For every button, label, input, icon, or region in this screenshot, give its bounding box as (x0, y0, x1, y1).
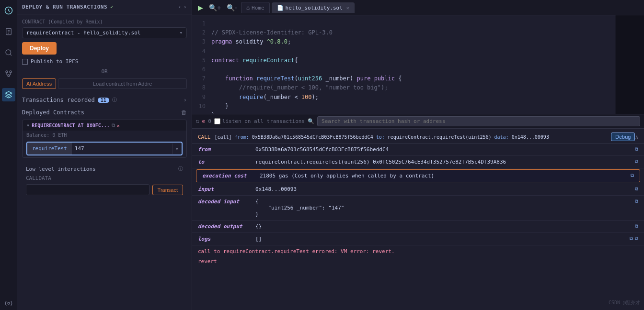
execution-cost-copy-icon[interactable]: ⧉ (631, 173, 634, 178)
calldata-input[interactable] (26, 184, 150, 195)
low-level-label: Low level interactions (26, 166, 96, 172)
sidebar-icons (0, 0, 17, 310)
input-copy-icon[interactable]: ⧉ (635, 186, 638, 192)
transactions-label: Transactions recorded (22, 97, 95, 103)
expand-arrow-icon[interactable]: › (184, 97, 187, 103)
bottom-panel: ⇆ ⊘ 0 listen on all transactions 🔍 CALL … (192, 114, 644, 310)
call-type-label: CALL (198, 134, 211, 140)
execution-cost-field-value: 21805 gas (Cost only applies when called… (260, 173, 629, 179)
low-level-header: Low level interactions ⓘ (22, 162, 187, 174)
play-button[interactable]: ▶ (196, 3, 205, 12)
decoded-output-field-value: {} (255, 223, 633, 230)
info-icon[interactable]: ⓘ (112, 97, 117, 103)
svg-point-4 (6, 71, 8, 73)
debug-button[interactable]: Debug (611, 133, 635, 141)
tx-field-to: to requireContract.requireTest(uint256) … (192, 156, 644, 168)
calldata-label: CALLDATA (22, 174, 187, 182)
tx-count: 0 (208, 118, 211, 124)
zoom-out-button[interactable]: 🔍- (225, 3, 239, 12)
sidebar-icon-home[interactable] (2, 4, 15, 17)
left-panel-body: CONTRACT (Compiled by Remix) requireCont… (17, 14, 192, 310)
tab-hello-solidity[interactable]: 📄 hello_solidity.sol ✕ (272, 2, 355, 13)
sidebar-icon-deploy[interactable] (2, 88, 15, 101)
function-dropdown-icon[interactable]: ▾ (172, 144, 182, 154)
zoom-in-button[interactable]: 🔍+ (207, 3, 223, 12)
copy-icon[interactable]: ⧉ (112, 122, 115, 128)
revert-text: revert (192, 257, 644, 266)
panel-arrows[interactable]: ‹ › (178, 4, 187, 10)
arrow-left-icon[interactable]: ‹ (178, 4, 182, 10)
to-field-value: requireContract.requireTest(uint256) 0x0… (255, 159, 633, 165)
sidebar-icon-git[interactable] (2, 67, 15, 80)
sidebar-icon-files[interactable] (2, 25, 15, 38)
left-panel-header: DEPLOY & RUN TRANSACTIONS ✓ ‹ › (17, 0, 192, 14)
main-area: ▶ 🔍+ 🔍- ⌂ Home 📄 hello_solidity.sol ✕ 12… (192, 0, 644, 310)
panel-title: DEPLOY & RUN TRANSACTIONS (22, 4, 107, 10)
expand-up-icon[interactable]: ∧ (635, 134, 638, 140)
trash-icon[interactable]: 🗑 (181, 109, 187, 116)
bottom-toolbar: ⇆ ⊘ 0 listen on all transactions 🔍 (192, 114, 644, 129)
decoded-input-copy-icon[interactable]: ⧉ (635, 199, 638, 204)
function-input[interactable] (72, 144, 172, 154)
transact-button[interactable]: Transact (152, 185, 183, 195)
contract-instance-name: REQUIRECONTRACT AT 0X0FC... (32, 123, 110, 128)
tab-home-label: Home (252, 5, 264, 11)
top-toolbar: ▶ 🔍+ 🔍- ⌂ Home 📄 hello_solidity.sol ✕ (192, 0, 644, 15)
deployed-label: Deployed Contracts (22, 109, 84, 116)
publish-row: Publish to IPFS (22, 58, 187, 65)
listen-checkbox-row: listen on all transactions (214, 118, 305, 124)
home-icon: ⌂ (246, 4, 250, 11)
execution-cost-field-name: execution cost (202, 173, 260, 179)
publish-label: Publish to IPFS (31, 58, 78, 65)
tx-field-logs: logs [] ⧉ ⧉ (192, 233, 644, 245)
deployed-contracts-header: Deployed Contracts 🗑 (22, 109, 187, 116)
tx-field-decoded-input: decoded input { "uint256 _number": "147"… (192, 196, 644, 221)
low-level-info-icon[interactable]: ⓘ (178, 166, 183, 172)
watermark: CSDN @甄齐才 (609, 299, 640, 306)
close-icon[interactable]: ✕ (117, 123, 120, 128)
tx-field-decoded-output: decoded output {} ⧉ (192, 221, 644, 233)
tab-close-icon[interactable]: ✕ (346, 5, 349, 11)
minimap (615, 15, 644, 114)
deploy-button[interactable]: Deploy (22, 42, 57, 55)
from-copy-icon[interactable]: ⧉ (635, 146, 638, 152)
line-numbers: 12345 678910 (192, 15, 209, 114)
tx-count-badge: 11 (98, 98, 109, 103)
tab-home[interactable]: ⌂ Home (241, 2, 270, 13)
sidebar-icon-settings[interactable] (2, 297, 15, 310)
chevron-down-icon[interactable]: ▾ (26, 122, 30, 129)
bottom-arrow-icon[interactable]: ⇆ (196, 118, 199, 124)
listen-checkbox[interactable] (214, 118, 220, 124)
logs-field-value: [] (255, 236, 628, 242)
load-contract-button[interactable]: Load contract from Addre (58, 78, 187, 89)
to-field-name: to (198, 159, 255, 165)
listen-label: listen on all transactions (222, 118, 305, 124)
decoded-output-copy-icon[interactable]: ⧉ (635, 223, 638, 229)
code-area: 12345 678910 // SPDX-License-Identifier:… (192, 15, 644, 114)
logs-copy-icon-1[interactable]: ⧉ (630, 236, 633, 242)
function-name-button[interactable]: requireTest (27, 143, 72, 155)
stop-icon[interactable]: ⊘ (202, 118, 206, 124)
at-address-button[interactable]: At Address (22, 78, 56, 89)
contract-selector-value: requireContract - hello_solidity.sol (26, 30, 140, 36)
arrow-right-icon[interactable]: › (184, 4, 187, 10)
contract-selector[interactable]: requireContract - hello_solidity.sol ▾ (22, 27, 187, 38)
transaction-details: CALL [call] from: 0x5B38Da6a701c568545dC… (192, 129, 644, 310)
contract-instance: ▾ REQUIRECONTRACT AT 0X0FC... ⧉ ✕ Balanc… (22, 120, 187, 158)
code-content[interactable]: // SPDX-License-Identifier: GPL-3.0 prag… (209, 15, 615, 114)
to-copy-icon[interactable]: ⧉ (635, 159, 638, 165)
sidebar-icon-search[interactable] (2, 46, 15, 59)
decoded-input-field-name: decoded input (198, 199, 255, 205)
check-icon: ✓ (110, 4, 114, 10)
tab-file-icon: 📄 (277, 5, 284, 11)
or-divider: OR (22, 68, 187, 75)
publish-checkbox[interactable] (22, 59, 28, 65)
call-text: [call] from: 0x5B38Da6a701c568545dCfcB03… (215, 134, 611, 140)
logs-copy-icon-2[interactable]: ⧉ (635, 236, 638, 242)
left-panel: DEPLOY & RUN TRANSACTIONS ✓ ‹ › CONTRACT… (17, 0, 192, 310)
search-icon[interactable]: 🔍 (308, 118, 314, 124)
function-row: requireTest ▾ (26, 142, 183, 155)
tx-field-from: from 0x5B38Da6a701c568545dCfcB03FcB875f5… (192, 144, 644, 156)
search-input[interactable] (317, 116, 640, 126)
from-field-value: 0x5B38Da6a701c568545dCfcB03FcB875f56bedd… (255, 146, 633, 153)
